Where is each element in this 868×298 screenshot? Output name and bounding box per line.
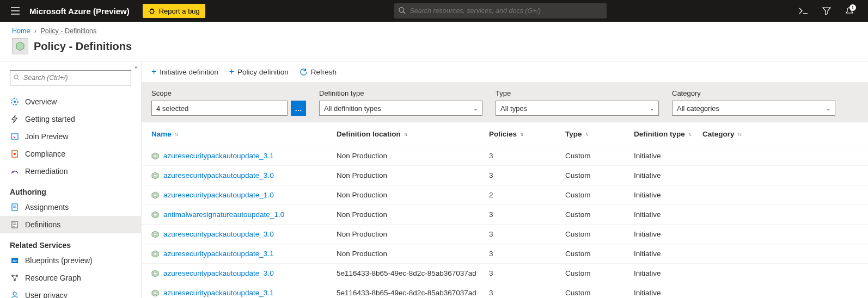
definition-link[interactable]: azuresecuritypackautoupdate_3.0 [163, 269, 274, 277]
col-definition-type[interactable]: Definition type↑↓ [634, 130, 702, 138]
sidebar-item-resource-graph[interactable]: Resource Graph [0, 269, 141, 287]
category-dropdown[interactable]: All categories ⌄ [672, 101, 835, 116]
svg-text:Az: Az [13, 259, 17, 263]
sidebar-item-join-preview[interactable]: Join Preview [0, 128, 141, 145]
sidebar-item-label: Assignments [25, 203, 69, 212]
blueprints-icon: Az [10, 256, 20, 265]
compliance-icon [10, 149, 20, 159]
table-header: Name↑↓ Definition location↑↓ Policies↑↓ … [142, 122, 868, 146]
sidebar-item-blueprints[interactable]: Az Blueprints (preview) [0, 252, 141, 269]
definition-link[interactable]: azuresecuritypackautoupdate_3.0 [163, 230, 274, 238]
report-bug-button[interactable]: Report a bug [143, 4, 205, 18]
cell-definition-type: Initiative [634, 269, 702, 277]
cell-type: Custom [565, 230, 634, 238]
svg-point-5 [14, 101, 16, 103]
sidebar-item-overview[interactable]: Overview [0, 93, 141, 110]
sidebar-item-assignments[interactable]: Assignments [0, 198, 141, 216]
cell-definition-location: Non Production [337, 250, 489, 258]
definition-link[interactable]: antimalwaresignatureautoupdate_1.0 [163, 210, 284, 219]
cell-name: azuresecuritypackautoupdate_3.0 [151, 230, 337, 238]
initiative-icon [151, 270, 159, 277]
definition-link[interactable]: azuresecuritypackautoupdate_3.0 [163, 171, 274, 179]
col-name[interactable]: Name↑↓ [151, 130, 337, 138]
cell-name: azuresecuritypackautoupdate_3.1 [151, 152, 337, 160]
sidebar-item-user-privacy[interactable]: User privacy [0, 287, 141, 298]
sidebar: « Overview Getting started Join Preview … [0, 61, 142, 298]
type-dropdown[interactable]: All types ⌄ [496, 101, 659, 116]
definition-link[interactable]: azuresecuritypackautoupdate_1.0 [163, 191, 274, 199]
cell-policies: 3 [489, 230, 565, 238]
table-row[interactable]: azuresecuritypackautoupdate_3.1Non Produ… [142, 146, 868, 166]
plus-icon: + [229, 67, 234, 77]
new-initiative-definition-button[interactable]: + Initiative definition [151, 67, 218, 77]
table-row[interactable]: azuresecuritypackautoupdate_3.15e116433-… [142, 283, 868, 298]
collapse-sidebar-button[interactable]: « [135, 64, 138, 70]
col-category[interactable]: Category↑↓ [702, 130, 790, 138]
definition-link[interactable]: azuresecuritypackautoupdate_3.1 [163, 250, 274, 258]
sort-icon: ↑↓ [404, 132, 407, 137]
sidebar-item-label: Resource Graph [25, 274, 81, 282]
cell-type: Custom [565, 269, 634, 277]
scope-selector[interactable]: 4 selected [151, 101, 288, 116]
table-row[interactable]: azuresecuritypackautoupdate_3.1Non Produ… [142, 244, 868, 264]
initiative-icon [151, 211, 159, 219]
cell-policies: 3 [489, 289, 565, 297]
sidebar-item-definitions[interactable]: Definitions [0, 216, 141, 233]
table-row[interactable]: azuresecuritypackautoupdate_3.0Non Produ… [142, 225, 868, 244]
sidebar-item-compliance[interactable]: Compliance [0, 145, 141, 163]
cell-definition-type: Initiative [634, 171, 702, 179]
definition-type-dropdown[interactable]: All definition types ⌄ [319, 101, 482, 116]
cell-definition-type: Initiative [634, 230, 702, 238]
table-row[interactable]: azuresecuritypackautoupdate_3.05e116433-… [142, 264, 868, 283]
sidebar-search-input[interactable] [23, 74, 127, 82]
plus-icon: + [151, 67, 156, 77]
table-row[interactable]: azuresecuritypackautoupdate_1.0Non Produ… [142, 185, 868, 205]
cloud-shell-button[interactable] [796, 3, 811, 18]
notifications-button[interactable]: 1 [842, 3, 857, 18]
col-type[interactable]: Type↑↓ [565, 130, 634, 138]
table-row[interactable]: antimalwaresignatureautoupdate_1.0Non Pr… [142, 205, 868, 225]
top-bar: Microsoft Azure (Preview) Report a bug 1 [0, 0, 868, 22]
sidebar-item-label: Overview [25, 97, 57, 106]
svg-point-3 [14, 75, 19, 79]
sidebar-item-label: Remediation [25, 167, 68, 176]
cell-definition-location: Non Production [337, 152, 489, 160]
report-bug-label: Report a bug [159, 7, 200, 15]
cell-type: Custom [565, 210, 634, 219]
col-policies[interactable]: Policies↑↓ [489, 130, 565, 138]
global-search[interactable] [394, 3, 607, 18]
new-policy-definition-button[interactable]: + Policy definition [229, 67, 289, 77]
cmd-label: Initiative definition [160, 68, 218, 76]
sort-icon: ↑↓ [688, 132, 691, 137]
sidebar-item-remediation[interactable]: Remediation [0, 163, 141, 180]
definition-link[interactable]: azuresecuritypackautoupdate_3.1 [163, 289, 274, 297]
table-row[interactable]: azuresecuritypackautoupdate_3.0Non Produ… [142, 166, 868, 185]
svg-rect-27 [154, 233, 157, 235]
svg-rect-19 [154, 155, 157, 157]
cell-definition-location: 5e116433-8b65-49ec-8d2c-85ab367037ad [337, 269, 489, 277]
global-search-input[interactable] [409, 7, 602, 15]
hamburger-menu[interactable] [5, 7, 25, 15]
svg-rect-23 [154, 194, 157, 196]
refresh-button[interactable]: Refresh [299, 67, 337, 77]
search-icon [14, 74, 20, 81]
breadcrumb-separator: › [34, 27, 36, 35]
sidebar-item-getting-started[interactable]: Getting started [0, 110, 141, 128]
cell-policies: 3 [489, 152, 565, 160]
cell-definition-type: Initiative [634, 152, 702, 160]
directories-button[interactable] [819, 3, 834, 18]
col-definition-location[interactable]: Definition location↑↓ [337, 130, 489, 138]
cell-type: Custom [565, 152, 634, 160]
svg-point-0 [150, 9, 154, 13]
cell-policies: 3 [489, 210, 565, 219]
svg-rect-29 [154, 253, 157, 255]
definition-link[interactable]: azuresecuritypackautoupdate_3.1 [163, 152, 274, 160]
sidebar-item-label: User privacy [25, 291, 68, 298]
dropdown-value: All definition types [324, 104, 381, 113]
scope-ellipsis-button[interactable]: … [291, 101, 306, 116]
breadcrumb-current[interactable]: Policy - Definitions [40, 27, 96, 35]
bug-icon [148, 7, 156, 15]
sidebar-search[interactable] [10, 70, 131, 85]
filter-definition-type: Definition type All definition types ⌄ [319, 89, 482, 116]
breadcrumb-home[interactable]: Home [12, 27, 30, 35]
